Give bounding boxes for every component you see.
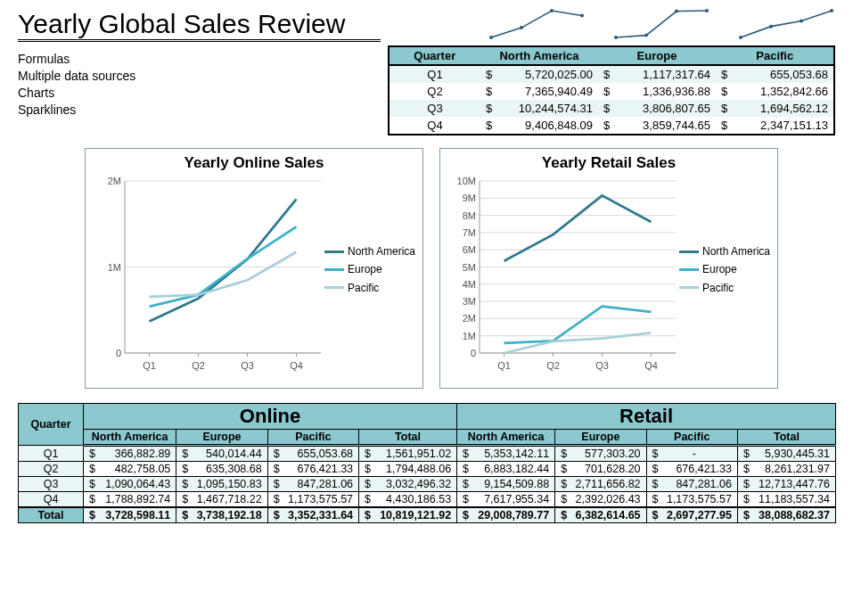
legend-item: Europe [679, 260, 770, 278]
svg-text:Q2: Q2 [192, 360, 205, 371]
svg-point-11 [830, 9, 833, 12]
table-row: Q1$366,882.89$540,014.44$655,053.68$1,56… [19, 446, 836, 462]
svg-text:10M: 10M [457, 176, 476, 186]
sub-header: Europe [555, 430, 646, 446]
chart-legend: North AmericaEuropePacific [324, 242, 415, 297]
svg-point-6 [675, 10, 678, 13]
table-row: Q1 $5,720,025.00 $1,117,317.64 $655,053.… [389, 65, 834, 83]
sparkline-row [488, 7, 835, 41]
sub-header: Pacific [646, 430, 737, 446]
bullet-list: FormulasMultiple data sourcesChartsSpark… [18, 51, 370, 119]
bullet-item: Multiple data sources [18, 68, 370, 85]
total-row: Total$3,728,598.11$3,738,192.18$3,352,33… [19, 507, 836, 523]
group-online: Online [84, 404, 457, 430]
svg-point-5 [644, 34, 648, 37]
group-retail: Retail [457, 404, 836, 430]
legend-item: Pacific [679, 279, 770, 297]
svg-point-3 [580, 14, 584, 18]
svg-text:Q3: Q3 [241, 360, 254, 371]
table-row: Q2$482,758.05$635,308.68$676,421.33$1,79… [19, 462, 836, 477]
svg-point-9 [769, 25, 773, 29]
summary-header: Pacific [716, 46, 834, 65]
chart-retail: Yearly Retail Sales 01M2M3M4M5M6M7M8M9M1… [439, 148, 778, 389]
svg-text:Q4: Q4 [644, 360, 658, 371]
legend-item: North America [324, 242, 415, 260]
svg-text:0: 0 [471, 348, 476, 358]
svg-text:1M: 1M [463, 331, 476, 341]
table-row: Q4$1,788,892.74$1,467,718.22$1,173,575.5… [19, 492, 836, 508]
svg-text:Q4: Q4 [290, 360, 303, 371]
sparkline-eu [612, 7, 710, 41]
sub-header: Total [359, 430, 457, 446]
svg-text:8M: 8M [463, 210, 476, 221]
bullet-item: Sparklines [18, 102, 370, 119]
summary-header: Europe [598, 46, 716, 65]
sub-header: Europe [176, 430, 267, 446]
legend-item: Europe [324, 260, 415, 278]
svg-point-2 [550, 9, 554, 12]
summary-table: QuarterNorth AmericaEuropePacific Q1 $5,… [388, 45, 835, 136]
svg-text:1M: 1M [108, 262, 121, 273]
bullet-item: Formulas [18, 51, 370, 68]
svg-point-10 [800, 20, 803, 23]
svg-text:2M: 2M [463, 313, 476, 324]
sparkline-na [488, 7, 586, 41]
chart-title: Yearly Online Sales [93, 154, 415, 172]
legend-item: North America [679, 242, 770, 260]
table-row: Q3$1,090,064.43$1,095,150.83$847,281.06$… [19, 477, 836, 492]
svg-point-1 [520, 26, 523, 29]
svg-text:6M: 6M [463, 244, 476, 255]
summary-header: Quarter [389, 46, 480, 65]
sparkline-pa [737, 7, 835, 41]
svg-point-8 [739, 36, 742, 39]
summary-header: North America [480, 46, 598, 65]
chart-online: Yearly Online Sales 01M2MQ1Q2Q3Q4 North … [85, 148, 423, 389]
detail-table: Quarter Online Retail North AmericaEurop… [18, 403, 836, 523]
svg-point-4 [614, 36, 618, 39]
svg-text:Q1: Q1 [497, 360, 511, 371]
quarter-header: Quarter [19, 404, 84, 446]
svg-text:Q1: Q1 [143, 360, 156, 371]
legend-item: Pacific [324, 279, 415, 297]
svg-text:2M: 2M [108, 176, 121, 186]
svg-text:9M: 9M [463, 193, 476, 203]
svg-text:3M: 3M [463, 296, 476, 307]
svg-text:5M: 5M [463, 262, 476, 273]
chart-legend: North AmericaEuropePacific [679, 242, 770, 297]
table-row: Q3 $10,244,574.31 $3,806,807.65 $1,694,5… [389, 100, 834, 117]
svg-text:7M: 7M [463, 227, 476, 238]
table-row: Q4 $9,406,848.09 $3,859,744.65 $2,347,15… [389, 117, 834, 135]
page-title: Yearly Global Sales Review [18, 9, 381, 42]
svg-text:Q3: Q3 [595, 360, 609, 371]
svg-point-0 [489, 36, 493, 39]
chart-title: Yearly Retail Sales [447, 154, 770, 172]
table-row: Q2 $7,365,940.49 $1,336,936.88 $1,352,84… [389, 83, 834, 100]
svg-point-7 [705, 9, 709, 12]
sub-header: North America [457, 430, 555, 446]
sub-header: North America [84, 430, 176, 446]
svg-text:4M: 4M [463, 279, 476, 290]
svg-text:Q2: Q2 [546, 360, 560, 371]
svg-text:0: 0 [116, 348, 121, 358]
bullet-item: Charts [18, 85, 370, 102]
sub-header: Pacific [267, 430, 358, 446]
sub-header: Total [737, 430, 835, 446]
